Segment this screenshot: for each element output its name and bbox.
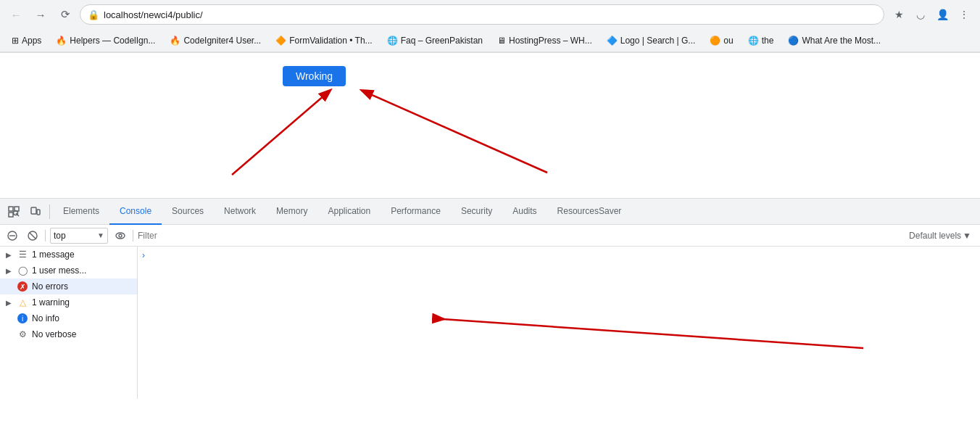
page-area: Wroking [0,53,980,198]
filter-input[interactable] [138,231,900,241]
tab-console[interactable]: Console [109,199,162,225]
tab-audits[interactable]: Audits [502,199,547,225]
tab-memory[interactable]: Memory [266,199,317,225]
console-annotation-arrow [138,247,980,399]
bookmark-whatare[interactable]: 🔵 What Are the Most... [782,34,886,47]
devtools-toolbar: Elements Console Sources Network Memory … [0,199,980,225]
refresh-button[interactable]: ⟳ [55,4,75,25]
bookmark-the[interactable]: 🌐 the [742,34,780,47]
address-bar[interactable]: 🔒 localhost/newci4/public/ [80,4,884,25]
forward-button[interactable]: → [30,4,51,25]
bookmarks-bar: ⊞ Apps 🔥 Helpers — CodelIgn... 🔥 CodeIgn… [0,29,980,52]
message-icon: ☰ [17,249,28,260]
error-icon: ✗ [17,281,28,292]
console-output: › [138,247,980,399]
lock-icon: 🔒 [88,9,99,20]
back-button[interactable]: ← [6,4,26,25]
svg-rect-4 [9,212,13,217]
console-filter-separator [133,230,133,242]
wroking-button[interactable]: Wroking [283,66,346,86]
bookmark-hostingpress[interactable]: 🖥 HostingPress – WH... [491,34,598,47]
console-toolbar-separator [45,230,46,242]
ou-icon: 🟠 [710,36,721,46]
sidebar-item-message[interactable]: ▶ ☰ 1 message [0,247,137,263]
tab-resourcessaver[interactable]: ResourcesSaver [547,199,632,225]
svg-line-1 [362,91,547,173]
svg-rect-7 [37,210,40,215]
expand-icon-warnings: ▶ [4,298,13,307]
devtools-panel: Elements Console Sources Network Memory … [0,198,980,399]
svg-rect-2 [9,207,13,211]
apps-icon: ⊞ [12,36,19,46]
bookmark-formvalidation[interactable]: 🔶 FormValidation • Th... [270,34,378,47]
svg-line-14 [443,319,863,348]
tab-security[interactable]: Security [451,199,502,225]
codeigniter-icon: 🔥 [170,36,180,46]
expand-icon-user: ▶ [4,266,13,275]
bookmark-faq[interactable]: 🌐 Faq – GreenPakistan [381,34,489,47]
eye-button[interactable] [112,228,128,244]
extensions-button[interactable]: ◡ [910,4,931,25]
info-icon: i [17,313,28,323]
formvalidation-icon: 🔶 [275,36,286,46]
tab-application[interactable]: Application [317,199,381,225]
verbose-icon: ⚙ [17,329,28,339]
sidebar-item-user-messages[interactable]: ▶ ◯ 1 user mess... [0,263,137,278]
helpers-icon: 🔥 [56,36,67,46]
svg-line-0 [232,91,330,175]
nav-actions: ★ ◡ 👤 ⋮ [889,4,974,25]
toolbar-separator [49,205,50,219]
hostingpress-icon: 🖥 [497,36,506,46]
bookmark-logo[interactable]: 🔷 Logo | Search | G... [601,34,702,47]
default-levels-button[interactable]: Default levels ▼ [905,229,976,242]
tab-network[interactable]: Network [214,199,266,225]
console-sidebar: ▶ ☰ 1 message ▶ ◯ 1 user mess... ▶ ✗ No … [0,247,138,399]
bookmark-ou[interactable]: 🟠 ou [704,34,739,47]
svg-rect-6 [31,207,36,214]
svg-point-12 [116,233,125,239]
sidebar-item-errors[interactable]: ▶ ✗ No errors [0,278,137,294]
tab-sources[interactable]: Sources [162,199,214,225]
console-toolbar: top ▼ Default levels ▼ [0,225,980,247]
whatare-icon: 🔵 [788,36,799,46]
inspect-element-button[interactable] [3,201,25,223]
annotation-arrows [0,53,980,198]
the-icon: 🌐 [748,36,759,46]
block-requests-button[interactable] [25,228,41,244]
sidebar-item-info[interactable]: ▶ i No info [0,310,137,326]
default-levels-arrow: ▼ [963,231,971,241]
user-icon: ◯ [17,265,28,276]
bookmark-apps[interactable]: ⊞ Apps [6,34,47,47]
bookmark-helpers[interactable]: 🔥 Helpers — CodelIgn... [50,34,161,47]
warning-icon: △ [17,297,28,308]
url-text: localhost/newci4/public/ [104,9,876,20]
context-select[interactable]: top ▼ [50,228,108,244]
nav-bar: ← → ⟳ 🔒 localhost/newci4/public/ ★ ◡ 👤 ⋮ [0,0,980,29]
browser-chrome: ← → ⟳ 🔒 localhost/newci4/public/ ★ ◡ 👤 ⋮… [0,0,980,53]
faq-icon: 🌐 [387,36,398,46]
svg-line-11 [30,233,36,239]
profile-button[interactable]: 👤 [932,4,952,25]
context-select-arrow: ▼ [97,231,104,239]
expand-icon-message: ▶ [4,250,13,259]
svg-point-13 [119,234,122,237]
tab-elements[interactable]: Elements [53,199,109,225]
tab-performance[interactable]: Performance [381,199,451,225]
sidebar-item-warnings[interactable]: ▶ △ 1 warning [0,294,137,310]
sidebar-item-verbose[interactable]: ▶ ⚙ No verbose [0,326,137,342]
menu-button[interactable]: ⋮ [954,4,974,25]
clear-console-button[interactable] [4,228,20,244]
console-main: ▶ ☰ 1 message ▶ ◯ 1 user mess... ▶ ✗ No … [0,247,980,399]
console-expand-arrow[interactable]: › [141,249,146,262]
logo-icon: 🔷 [607,36,618,46]
bookmark-star-button[interactable]: ★ [889,4,909,25]
bookmark-codeigniter[interactable]: 🔥 CodeIgniter4 User... [164,34,267,47]
device-toggle-button[interactable] [25,201,46,223]
